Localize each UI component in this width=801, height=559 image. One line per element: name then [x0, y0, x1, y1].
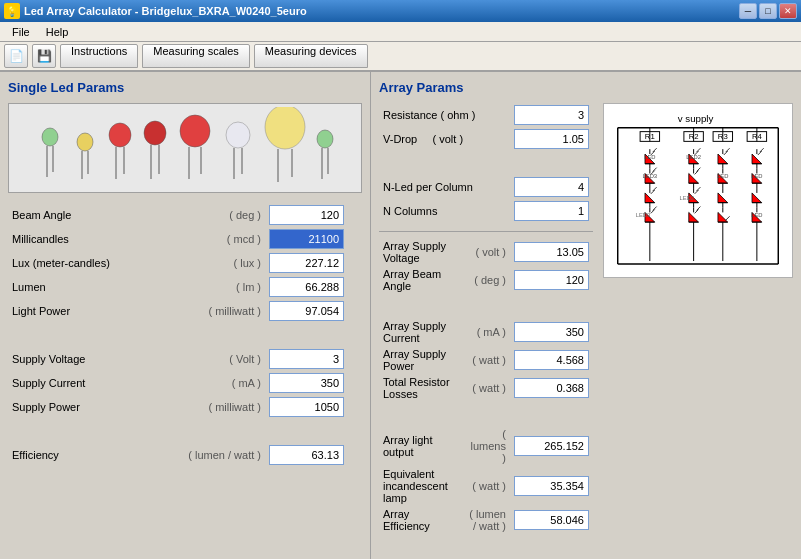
input-array-efficiency[interactable]	[514, 510, 589, 530]
close-button[interactable]: ✕	[779, 3, 797, 19]
instructions-tab[interactable]: Instructions	[60, 44, 138, 68]
title-bar: 💡 Led Array Calculator - Bridgelux_BXRA_…	[0, 0, 801, 22]
section-spacer-row	[8, 323, 362, 347]
left-panel: Single Led Params	[0, 72, 370, 559]
input-array-supply-voltage[interactable]	[514, 242, 589, 262]
section-spacer-row	[379, 294, 593, 318]
param-unit-millicandles: ( mcd )	[172, 227, 265, 251]
window-controls: ─ □ ✕	[739, 3, 797, 19]
svg-marker-98	[718, 193, 728, 203]
section-spacer-row	[8, 419, 362, 443]
param-unit-supplycurrent: ( mA )	[172, 371, 265, 395]
param-label-lux: Lux (meter-candles)	[8, 251, 172, 275]
table-row: Equivalent incandescent lamp ( watt )	[379, 466, 593, 506]
input-ncolumns[interactable]	[514, 201, 589, 221]
input-resistance[interactable]	[514, 105, 589, 125]
table-row: Millicandles ( mcd )	[8, 227, 362, 251]
svg-text:LED: LED	[751, 212, 762, 218]
param-unit-alo: ( lumens )	[461, 426, 510, 466]
table-row: Efficiency ( lumen / watt )	[8, 443, 362, 467]
toolbar-new-icon[interactable]: 📄	[4, 44, 28, 68]
table-row: Resistance ( ohm )	[379, 103, 593, 127]
led-image	[8, 103, 362, 193]
param-label-equiv-lamp: Equivalent incandescent lamp	[379, 466, 461, 506]
param-unit-lumen: ( lm )	[172, 275, 265, 299]
input-equiv-lamp[interactable]	[514, 476, 589, 496]
section-divider	[379, 231, 593, 232]
input-supply-current[interactable]	[269, 373, 344, 393]
left-panel-header: Single Led Params	[8, 80, 362, 95]
minimize-button[interactable]: ─	[739, 3, 757, 19]
input-array-beam-angle[interactable]	[514, 270, 589, 290]
array-top-params-table: Resistance ( ohm ) V-Drop ( volt ) N-Led…	[379, 103, 593, 223]
svg-point-22	[317, 130, 333, 148]
svg-line-106	[726, 216, 730, 220]
input-supply-voltage[interactable]	[269, 349, 344, 369]
svg-text:LED: LED	[717, 173, 728, 179]
param-label-supplypower: Supply Power	[8, 395, 172, 419]
menu-bar: File Help	[0, 22, 801, 42]
param-label-array-supply-current: Array Supply Current	[379, 318, 461, 346]
svg-point-19	[265, 107, 305, 149]
param-label-lumen: Lumen	[8, 275, 172, 299]
param-unit-beamangle: ( deg )	[172, 203, 265, 227]
input-nled[interactable]	[514, 177, 589, 197]
param-label-efficiency: Efficiency	[8, 443, 172, 467]
table-row: Total Resistor Losses ( watt )	[379, 374, 593, 402]
param-label-supplycurrent: Supply Current	[8, 371, 172, 395]
input-array-supply-current[interactable]	[514, 322, 589, 342]
input-array-light-output[interactable]	[514, 436, 589, 456]
input-supply-power[interactable]	[269, 397, 344, 417]
input-beam-angle[interactable]	[269, 205, 344, 225]
input-lux[interactable]	[269, 253, 344, 273]
menu-help[interactable]: Help	[38, 24, 77, 40]
param-label-resistance: Resistance ( ohm )	[379, 103, 510, 127]
table-row: Array light output ( lumens )	[379, 426, 593, 466]
param-label-array-supply-voltage: Array Supply Voltage	[379, 238, 461, 266]
param-unit-asp: ( watt )	[461, 346, 510, 374]
table-row: Supply Current ( mA )	[8, 371, 362, 395]
input-resistor-losses[interactable]	[514, 378, 589, 398]
menu-file[interactable]: File	[4, 24, 38, 40]
measuring-scales-tab[interactable]: Measuring scales	[142, 44, 250, 68]
array-output-params-table: Array Supply Voltage ( volt ) Array Beam…	[379, 238, 593, 534]
section-spacer-row	[379, 402, 593, 426]
svg-text:LED3: LED3	[636, 212, 651, 218]
table-row: Supply Voltage ( Volt )	[8, 347, 362, 371]
table-row: Lumen ( lm )	[8, 275, 362, 299]
input-efficiency[interactable]	[269, 445, 344, 465]
maximize-button[interactable]: □	[759, 3, 777, 19]
param-label-array-light-output: Array light output	[379, 426, 461, 466]
measuring-devices-tab[interactable]: Measuring devices	[254, 44, 368, 68]
param-unit-asc: ( mA )	[461, 318, 510, 346]
svg-point-13	[180, 115, 210, 147]
param-label-beamangle: Beam Angle	[8, 203, 172, 227]
param-label-array-supply-power: Array Supply Power	[379, 346, 461, 374]
window-title: Led Array Calculator - Bridgelux_BXRA_W0…	[24, 5, 307, 17]
param-unit-ae: ( lumen / watt )	[461, 506, 510, 534]
input-lumen[interactable]	[269, 277, 344, 297]
svg-marker-110	[752, 154, 762, 164]
param-unit-lux: ( lux )	[172, 251, 265, 275]
input-array-supply-power[interactable]	[514, 350, 589, 370]
toolbar-save-icon[interactable]: 💾	[32, 44, 56, 68]
array-params-content: Resistance ( ohm ) V-Drop ( volt ) N-Led…	[379, 103, 593, 534]
input-millicandles[interactable]	[269, 229, 344, 249]
param-unit-aba: ( deg )	[461, 266, 510, 294]
param-unit-supplypower: ( milliwatt )	[172, 395, 265, 419]
param-label-lightpower: Light Power	[8, 299, 172, 323]
param-label-array-beam-angle: Array Beam Angle	[379, 266, 461, 294]
svg-marker-102	[718, 212, 728, 222]
single-led-params-table: Beam Angle ( deg ) Millicandles ( mcd ) …	[8, 203, 362, 467]
table-row: Light Power ( milliwatt )	[8, 299, 362, 323]
svg-marker-79	[689, 212, 699, 222]
table-row: Array Beam Angle ( deg )	[379, 266, 593, 294]
table-row: Array Supply Current ( mA )	[379, 318, 593, 346]
input-light-power[interactable]	[269, 301, 344, 321]
svg-point-1	[42, 128, 58, 146]
svg-text:v supply: v supply	[678, 113, 714, 124]
input-vdrop[interactable]	[514, 129, 589, 149]
table-row: N-Led per Column	[379, 175, 593, 199]
right-panel-header: Array Params	[379, 80, 793, 95]
svg-marker-44	[645, 193, 655, 203]
